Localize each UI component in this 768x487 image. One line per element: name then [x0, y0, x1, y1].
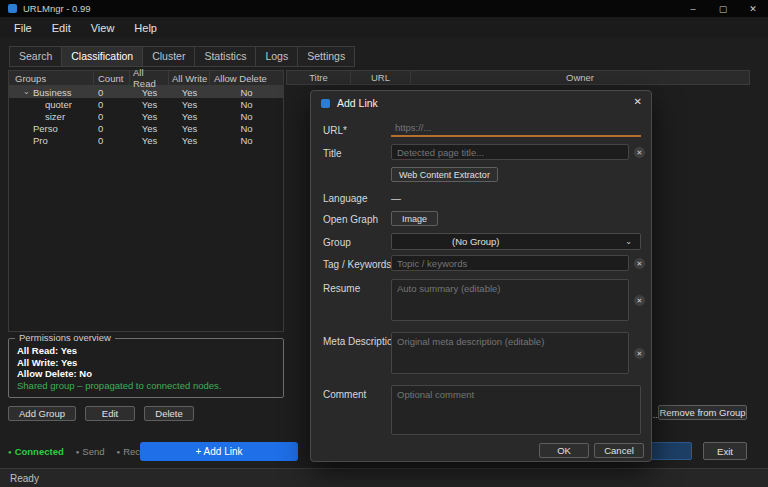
- dialog-app-icon: [321, 99, 330, 108]
- column-header-url[interactable]: URL: [351, 71, 411, 84]
- remove-from-group-button[interactable]: Remove from Group: [658, 405, 747, 420]
- language-label: Language: [323, 193, 368, 204]
- tab-logs[interactable]: Logs: [256, 46, 298, 67]
- count-cell: 0: [94, 99, 130, 110]
- menu-edit[interactable]: Edit: [42, 20, 81, 36]
- exit-button[interactable]: Exit: [703, 442, 747, 460]
- dialog-close-icon[interactable]: ✕: [634, 96, 642, 107]
- clear-meta-icon[interactable]: ✕: [633, 347, 646, 360]
- count-cell: 0: [94, 111, 130, 122]
- dialog-header: Add Link: [311, 91, 651, 115]
- title-label: Title: [323, 148, 342, 159]
- tab-statistics[interactable]: Statistics: [195, 46, 256, 67]
- column-header-count[interactable]: Count: [94, 71, 130, 85]
- group-row-perso[interactable]: Perso 0 Yes Yes No: [9, 122, 283, 134]
- all-write-cell: Yes: [169, 123, 210, 134]
- comment-label: Comment: [323, 389, 366, 400]
- group-name-cell: Pro: [9, 135, 94, 146]
- group-row-pro[interactable]: Pro 0 Yes Yes No: [9, 134, 283, 146]
- permission-value: Yes: [61, 345, 77, 356]
- permissions-overview-box: Permissions overview All Read: Yes All W…: [8, 338, 284, 398]
- all-read-cell: Yes: [130, 111, 169, 122]
- group-name-cell: ⌄ Business: [9, 87, 94, 98]
- permissions-overview-title: Permissions overview: [15, 332, 115, 343]
- allow-delete-cell: No: [210, 135, 283, 146]
- clear-resume-icon[interactable]: ✕: [633, 294, 646, 307]
- send-status: ● Send: [76, 446, 105, 457]
- minimize-button[interactable]: –: [678, 0, 708, 17]
- allow-delete-cell: No: [210, 87, 283, 98]
- menu-help[interactable]: Help: [124, 20, 167, 36]
- group-name: quoter: [45, 99, 72, 110]
- permission-line-all-read: All Read: Yes: [17, 345, 275, 357]
- column-header-all-write[interactable]: All Write: [169, 71, 210, 85]
- permission-value: Yes: [61, 357, 77, 368]
- group-row-quoter[interactable]: quoter 0 Yes Yes No: [9, 98, 283, 110]
- count-cell: 0: [94, 87, 130, 98]
- all-write-cell: Yes: [169, 87, 210, 98]
- add-link-button[interactable]: + Add Link: [140, 442, 298, 461]
- ok-button[interactable]: OK: [539, 443, 589, 458]
- close-button[interactable]: ✕: [738, 0, 768, 17]
- title-input[interactable]: [391, 144, 629, 160]
- group-select[interactable]: (No Group) ⌄: [391, 233, 641, 250]
- tab-cluster[interactable]: Cluster: [143, 46, 195, 67]
- cancel-button[interactable]: Cancel: [594, 443, 644, 458]
- send-dot-icon: ●: [76, 449, 80, 455]
- caret-down-icon[interactable]: ⌄: [23, 88, 33, 96]
- delete-group-button[interactable]: Delete: [144, 406, 194, 421]
- meta-description-textarea[interactable]: [391, 332, 629, 374]
- tab-search[interactable]: Search: [9, 46, 62, 67]
- group-action-buttons: Add Group Edit Delete: [8, 406, 194, 421]
- tags-input[interactable]: [391, 255, 629, 271]
- add-group-button[interactable]: Add Group: [8, 406, 76, 421]
- clear-title-icon[interactable]: ✕: [633, 146, 646, 159]
- column-header-owner[interactable]: Owner: [411, 71, 749, 84]
- receive-dot-icon: ●: [117, 449, 121, 455]
- open-graph-image-button[interactable]: Image: [391, 211, 438, 226]
- window-title: URLMngr - 0.99: [23, 3, 91, 14]
- column-header-all-read[interactable]: All Read: [130, 71, 169, 85]
- maximize-button[interactable]: ▢: [708, 0, 738, 17]
- menu-view[interactable]: View: [81, 20, 125, 36]
- group-name: Business: [33, 87, 72, 98]
- group-name-cell: Perso: [9, 123, 94, 134]
- group-name: Pro: [33, 135, 48, 146]
- tab-bar: Search Classification Cluster Statistics…: [9, 46, 355, 67]
- count-cell: 0: [94, 135, 130, 146]
- permission-label: All Write:: [17, 357, 59, 368]
- app-icon: [8, 4, 17, 13]
- comment-textarea[interactable]: [391, 385, 641, 435]
- url-label: URL*: [323, 125, 347, 136]
- connection-status-bar: ● Connected ● Send ● Receive + Add Link: [8, 442, 169, 461]
- edit-group-button[interactable]: Edit: [85, 406, 135, 421]
- groups-panel: Groups Count All Read All Write Allow De…: [8, 70, 284, 332]
- all-write-cell: Yes: [169, 111, 210, 122]
- all-write-cell: Yes: [169, 135, 210, 146]
- group-name: sizer: [45, 111, 65, 122]
- permission-label: All Read:: [17, 345, 58, 356]
- menu-bar: File Edit View Help: [0, 17, 768, 38]
- group-row-sizer[interactable]: sizer 0 Yes Yes No: [9, 110, 283, 122]
- count-cell: 0: [94, 123, 130, 134]
- url-input[interactable]: [391, 119, 641, 137]
- connected-status: ● Connected: [8, 446, 64, 457]
- column-header-titre[interactable]: Titre: [287, 71, 351, 84]
- column-header-allow-delete[interactable]: Allow Delete: [210, 71, 283, 85]
- group-row-business[interactable]: ⌄ Business 0 Yes Yes No: [9, 86, 283, 98]
- resume-textarea[interactable]: [391, 279, 629, 321]
- shared-group-note: Shared group – propagated to connected n…: [17, 380, 275, 392]
- web-content-extractor-button[interactable]: Web Content Extractor: [391, 167, 498, 182]
- permission-value: No: [79, 368, 92, 379]
- tab-settings[interactable]: Settings: [298, 46, 355, 67]
- group-name: Perso: [33, 123, 58, 134]
- clear-tags-icon[interactable]: ✕: [633, 257, 646, 270]
- column-header-groups[interactable]: Groups: [9, 71, 94, 85]
- status-text: Ready: [10, 473, 39, 484]
- all-write-cell: Yes: [169, 99, 210, 110]
- allow-delete-cell: No: [210, 111, 283, 122]
- tags-label: Tag / Keywords: [323, 259, 391, 270]
- tab-classification[interactable]: Classification: [62, 46, 143, 67]
- menu-file[interactable]: File: [4, 20, 42, 36]
- all-read-cell: Yes: [130, 87, 169, 98]
